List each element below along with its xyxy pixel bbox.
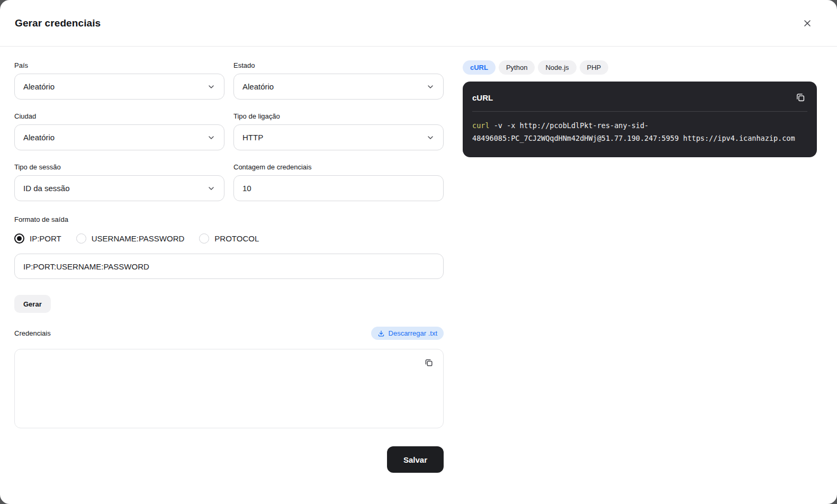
code-arguments: -v -x http://pcobLdlPkt-res-any-sid-4849…: [472, 121, 795, 142]
modal-header: Gerar credenciais: [0, 0, 837, 47]
copy-icon: [795, 92, 806, 103]
field-connection-type: Tipo de ligação HTTP: [233, 112, 444, 150]
connection-type-label: Tipo de ligação: [233, 112, 444, 120]
session-type-select-value: ID da sessão: [23, 184, 70, 193]
session-type-select[interactable]: ID da sessão: [14, 175, 224, 201]
generate-button[interactable]: Gerar: [14, 295, 51, 313]
radio-username-password-label: USERNAME:PASSWORD: [92, 234, 185, 243]
code-block: cURL curl -v -x http://pcobLdlPkt-res-an…: [463, 82, 817, 157]
city-select-value: Aleatório: [23, 133, 55, 142]
city-select[interactable]: Aleatório: [14, 124, 224, 150]
credentials-output-area: [14, 349, 444, 430]
radio-username-password[interactable]: USERNAME:PASSWORD: [76, 233, 185, 244]
city-label: Ciudad: [14, 112, 224, 120]
chevron-down-icon: [207, 184, 215, 193]
modal-title: Gerar credenciais: [15, 17, 101, 29]
close-icon: [802, 18, 813, 29]
chevron-down-icon: [426, 133, 435, 142]
tab-curl[interactable]: cURL: [463, 60, 496, 75]
connection-type-select[interactable]: HTTP: [233, 124, 444, 150]
save-button[interactable]: Salvar: [387, 446, 444, 473]
code-block-title: cURL: [472, 93, 493, 102]
close-button[interactable]: [799, 15, 816, 32]
field-city: Ciudad Aleatório: [14, 112, 224, 150]
format-input[interactable]: [14, 254, 444, 279]
tab-php[interactable]: PHP: [580, 60, 609, 75]
chevron-down-icon: [207, 83, 215, 91]
state-label: Estado: [233, 61, 444, 69]
download-txt-label: Descarregar .txt: [389, 329, 437, 337]
state-select[interactable]: Aleatório: [233, 74, 444, 100]
field-country: País Aleatório: [14, 61, 224, 100]
download-txt-button[interactable]: Descarregar .txt: [371, 327, 444, 340]
credentials-textarea[interactable]: [14, 349, 444, 428]
credentials-header-row: Credenciais Descarregar .txt: [14, 327, 444, 340]
field-credentials-count: Contagem de credenciais: [233, 163, 444, 201]
country-select[interactable]: Aleatório: [14, 74, 224, 100]
tab-nodejs[interactable]: Node.js: [538, 60, 576, 75]
radio-protocol-label: PROTOCOL: [214, 234, 259, 243]
credentials-count-input[interactable]: [233, 175, 444, 201]
output-format-radio-group: IP:PORT USERNAME:PASSWORD PROTOCOL: [14, 233, 444, 244]
field-session-type: Tipo de sessão ID da sessão: [14, 163, 224, 201]
state-select-value: Aleatório: [242, 82, 274, 91]
radio-ip-port[interactable]: IP:PORT: [14, 233, 61, 244]
copy-code-button[interactable]: [794, 91, 807, 104]
generate-credentials-modal: Gerar credenciais País Aleatório: [0, 0, 837, 504]
radio-ip-port-label: IP:PORT: [30, 234, 61, 243]
field-state: Estado Aleatório: [233, 61, 444, 100]
code-panel: cURL Python Node.js PHP cURL curl -v -x …: [463, 61, 817, 504]
fields-grid: País Aleatório Estado Aleatório: [14, 61, 444, 201]
modal-content: País Aleatório Estado Aleatório: [0, 47, 837, 504]
code-snippet: curl -v -x http://pcobLdlPkt-res-any-sid…: [463, 112, 817, 157]
tab-python[interactable]: Python: [499, 60, 535, 75]
code-block-header: cURL: [472, 82, 807, 112]
radio-icon: [76, 233, 86, 244]
country-select-value: Aleatório: [23, 82, 55, 91]
credentials-label: Credenciais: [14, 329, 51, 337]
credentials-form: País Aleatório Estado Aleatório: [14, 61, 444, 504]
credentials-count-label: Contagem de credenciais: [233, 163, 444, 171]
radio-icon: [14, 233, 24, 244]
download-icon: [377, 330, 385, 337]
output-format-label: Formato de saída: [14, 215, 444, 223]
copy-icon: [424, 357, 434, 368]
save-row: Salvar: [14, 446, 444, 473]
chevron-down-icon: [426, 83, 435, 91]
country-label: País: [14, 61, 224, 69]
chevron-down-icon: [207, 133, 215, 142]
code-command: curl: [472, 121, 490, 130]
radio-protocol[interactable]: PROTOCOL: [199, 233, 259, 244]
radio-icon: [199, 233, 209, 244]
connection-type-select-value: HTTP: [242, 133, 263, 142]
session-type-label: Tipo de sessão: [14, 163, 224, 171]
language-tabs: cURL Python Node.js PHP: [463, 60, 817, 75]
copy-credentials-button[interactable]: [421, 355, 436, 370]
